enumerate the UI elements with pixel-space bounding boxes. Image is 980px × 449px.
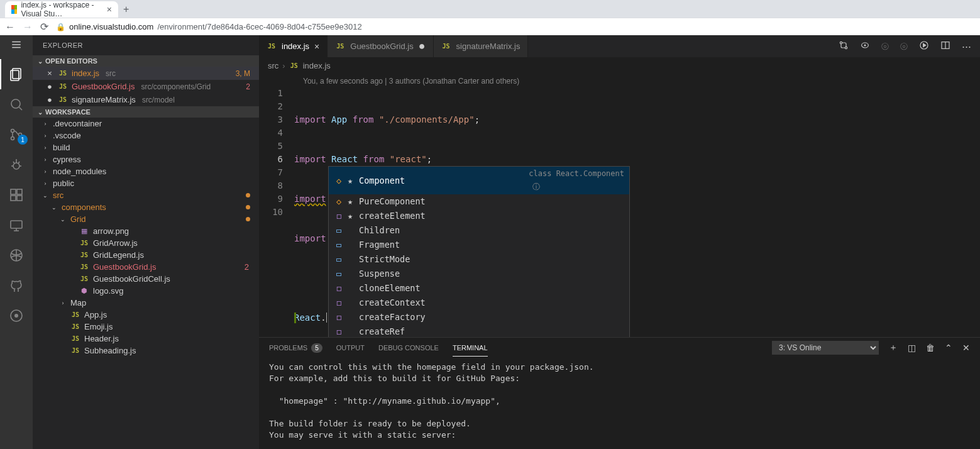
folder-item[interactable]: ›public [33,177,259,189]
github-activity[interactable] [0,270,33,301]
close-icon[interactable]: ● [45,82,54,91]
close-icon[interactable]: ● [45,95,54,104]
item-label: GridLegend.js [93,250,144,260]
next-change-icon[interactable]: ⦾ [900,41,908,52]
suggest-item[interactable]: ◻ cloneElement [329,281,629,296]
folder-item[interactable]: ›node_modules [33,165,259,177]
trash-icon[interactable]: 🗑 [926,343,935,353]
suggest-item[interactable]: ◻ createFactory [329,310,629,324]
close-icon[interactable]: × [314,42,319,52]
code-editor[interactable]: 12345678910 import App from "./component… [259,87,980,337]
modified-indicator-icon: ● [419,40,426,53]
prev-change-icon[interactable]: ⦾ [881,41,889,52]
code-lens[interactable]: You, a few seconds ago | 3 authors (Jona… [259,74,980,87]
js-icon: JS [79,240,89,247]
open-editors-header[interactable]: ⌄ OPEN EDITORS [33,55,259,67]
suggest-item[interactable]: ▭ Fragment [329,238,629,252]
file-item[interactable]: ▦arrow.png [33,225,259,237]
file-item[interactable]: JSGridLegend.js [33,249,259,261]
suggest-label: createContext [359,296,426,309]
var-icon: ▭ [334,267,344,280]
suggest-widget[interactable]: ◇ ★ Component class React.Component ⓘ◇ ★… [328,166,630,337]
terminal-content[interactable]: You can control this with the homepage f… [259,358,980,449]
panel-tab-terminal[interactable]: TERMINAL [453,340,488,357]
remote-activity[interactable] [0,210,33,240]
extensions-activity[interactable] [0,180,33,210]
app-menu-button[interactable] [0,35,33,54]
new-tab-button[interactable]: + [118,1,134,18]
folder-item[interactable]: ›cypress [33,153,259,165]
folder-item[interactable]: ⌄src [33,189,259,201]
browser-tab[interactable]: index.js - workspace - Visual Stu… × [5,1,118,18]
split-editor-icon[interactable] [940,40,950,52]
open-editor-item[interactable]: ● JS signatureMatrix.js src/model [33,93,259,106]
editor-actions: ⦾ ⦾ ⋯ [830,35,980,57]
method-icon: ◻ [334,325,344,337]
info-icon[interactable]: ⓘ [532,182,540,191]
suggest-item[interactable]: ▭ StrictMode [329,252,629,267]
suggest-item[interactable]: ◻ createRef [329,324,629,337]
chevron-right-icon: › [41,121,49,127]
url-host: online.visualstudio.com [69,22,153,31]
file-item[interactable]: JSHeader.js [33,333,259,345]
chevron-down-icon: ⌄ [41,192,49,199]
file-item[interactable]: ⬢logo.svg [33,285,259,297]
folder-item[interactable]: ›build [33,141,259,153]
suggest-item[interactable]: ◇ ★ Component class React.Component ⓘ [329,167,629,194]
open-editor-item[interactable]: ● JS GuestbookGrid.js src/components/Gri… [33,80,259,93]
forward-button[interactable]: → [23,21,33,33]
folder-item[interactable]: ›.vscode [33,130,259,141]
file-item[interactable]: JSApp.js [33,309,259,321]
class-icon: ◇ [334,174,344,187]
codespaces-activity[interactable] [0,301,33,331]
file-item[interactable]: JSSubheading.js [33,345,259,357]
terminal-select[interactable]: 3: VS Online [772,341,879,355]
open-editor-item[interactable]: × JS index.js src 3, M [33,67,259,80]
address-bar[interactable]: 🔒 online.visualstudio.com/environment/7d… [56,22,975,31]
suggest-item[interactable]: ▭ Children [329,223,629,238]
breadcrumb[interactable]: src › JS index.js [259,57,980,74]
var-icon: ▭ [334,224,344,237]
editor-tab[interactable]: JS GuestbookGrid.js ● [328,35,433,57]
reload-button[interactable]: ⟳ [40,21,48,33]
back-button[interactable]: ← [5,21,15,33]
folder-item[interactable]: ›Map [33,297,259,309]
close-panel-icon[interactable]: ✕ [962,343,970,353]
revert-icon[interactable] [860,40,870,52]
folder-item[interactable]: ⌄Grid [33,213,259,225]
file-item[interactable]: JSEmoji.js [33,321,259,333]
split-terminal-icon[interactable]: ◫ [908,343,916,353]
editor-tab[interactable]: JS index.js × [259,35,328,57]
close-icon[interactable]: × [107,4,112,14]
compare-changes-icon[interactable] [839,40,849,52]
debug-activity[interactable] [0,150,33,180]
suggest-item[interactable]: ◇ ★ PureComponent [329,194,629,209]
suggest-label: Children [359,224,400,237]
panel-tab-problems[interactable]: PROBLEMS5 [269,339,322,357]
more-actions-icon[interactable]: ⋯ [962,41,971,52]
suggest-item[interactable]: ◻ createContext [329,296,629,310]
activity-bar: 1 [0,35,33,449]
liveshare-activity[interactable] [0,240,33,270]
js-icon: JS [70,335,80,342]
item-label: .devcontainer [53,119,102,128]
close-icon[interactable]: × [45,69,54,78]
new-terminal-icon[interactable]: ＋ [889,342,898,353]
panel-tab-output[interactable]: OUTPUT [336,340,365,356]
workspace-header[interactable]: ⌄ WORKSPACE [33,106,259,118]
file-item[interactable]: JSGuestbookGrid.js2 [33,261,259,273]
file-item[interactable]: JSGridArrow.js [33,237,259,249]
editor-tab[interactable]: JS signatureMatrix.js [434,35,529,57]
svg-line-6 [19,108,23,111]
run-icon[interactable] [919,40,929,52]
suggest-item[interactable]: ▭ Suspense [329,267,629,281]
explorer-activity[interactable] [0,59,33,89]
scm-activity[interactable]: 1 [0,119,33,150]
file-item[interactable]: JSGuestbookGridCell.js [33,273,259,285]
folder-item[interactable]: ⌄components [33,201,259,213]
folder-item[interactable]: ›.devcontainer [33,118,259,130]
suggest-item[interactable]: ◻ ★ createElement [329,209,629,223]
maximize-panel-icon[interactable]: ⌃ [945,343,952,353]
panel-tab-debug[interactable]: DEBUG CONSOLE [378,340,439,356]
search-activity[interactable] [0,89,33,119]
